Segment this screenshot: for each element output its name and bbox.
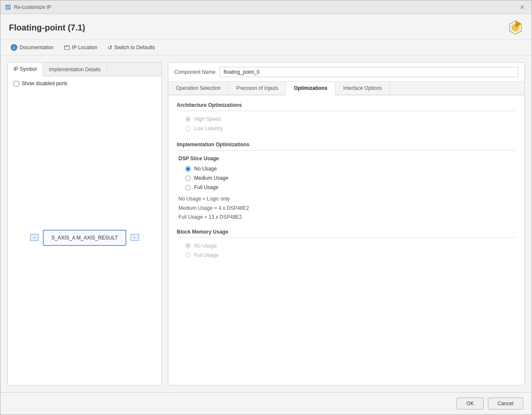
svg-rect-5 <box>64 46 70 50</box>
block-mem-radio-group: No Usage Full Usage <box>177 243 516 258</box>
left-panel: IP Symbol Implementation Details Show di… <box>7 62 162 385</box>
no-usage-radio[interactable] <box>185 166 191 172</box>
arch-radio-group: High Speed Low Latency <box>177 116 516 131</box>
right-port-group: + <box>131 234 139 242</box>
xilinx-logo <box>508 20 523 35</box>
tab-impl-details[interactable]: Implementation Details <box>43 63 107 76</box>
documentation-button[interactable]: i Documentation <box>9 43 56 52</box>
arch-section-title: Architecture Optimizations <box>177 102 516 111</box>
high-speed-label: High Speed <box>194 116 221 122</box>
documentation-label: Documentation <box>19 45 54 50</box>
tab-content-optimizations: Architecture Optimizations High Speed Lo… <box>168 95 524 385</box>
tab-precision-inputs[interactable]: Precision of Inputs <box>228 82 286 95</box>
no-usage-option[interactable]: No Usage <box>185 166 516 172</box>
show-disabled-label[interactable]: Show disabled ports <box>22 81 67 86</box>
show-disabled-checkbox[interactable] <box>14 81 19 86</box>
dsp-radio-group: No Usage Medium Usage Full Usage <box>177 166 516 190</box>
ip-symbol-container: + S_AXIS_A M_AXIS_RESULT + <box>43 230 126 246</box>
tabs-row: Operation Selection Precision of Inputs … <box>168 82 524 95</box>
window-title: Re-customize IP <box>14 4 51 10</box>
info-icon: i <box>11 44 17 51</box>
cancel-button[interactable]: Cancel <box>488 398 523 409</box>
impl-optimizations-section: Implementation Optimizations DSP Slice U… <box>177 142 516 258</box>
folder-icon <box>64 45 70 50</box>
high-speed-radio <box>185 117 191 122</box>
ip-location-button[interactable]: IP Location <box>62 44 99 51</box>
full-usage-dsp-radio[interactable] <box>185 185 191 190</box>
left-port-connectors: + <box>30 234 39 242</box>
full-usage-dsp-label: Full Usage <box>194 184 218 190</box>
page-title: Floating-point (7.1) <box>9 23 85 33</box>
component-name-input[interactable] <box>220 67 518 77</box>
medium-usage-radio[interactable] <box>185 175 191 181</box>
footer: OK Cancel <box>0 392 532 415</box>
header: Floating-point (7.1) <box>0 14 532 40</box>
tab-interface-options[interactable]: Interface Options <box>335 82 390 95</box>
main-content: IP Symbol Implementation Details Show di… <box>0 56 532 392</box>
right-port-connectors: + <box>131 234 139 242</box>
ok-button[interactable]: OK <box>457 398 483 409</box>
right-port-top: + <box>131 234 139 241</box>
medium-usage-label: Medium Usage <box>194 175 228 181</box>
svg-text:IP: IP <box>6 6 10 10</box>
info-line-2: Medium Usage = 4 x DSP48E2 <box>178 204 516 213</box>
high-speed-option: High Speed <box>185 116 516 122</box>
left-panel-tabs: IP Symbol Implementation Details <box>8 63 162 76</box>
titlebar-title: IP Re-customize IP <box>5 4 51 11</box>
low-latency-option: Low Latency <box>185 125 516 131</box>
ip-symbol: S_AXIS_A M_AXIS_RESULT <box>43 230 126 246</box>
tab-operation-selection[interactable]: Operation Selection <box>168 82 228 95</box>
bm-no-usage-label: No Usage <box>194 243 217 249</box>
ip-symbol-text: S_AXIS_A M_AXIS_RESULT <box>51 235 118 241</box>
info-line-1: No Usage = Logic only <box>178 195 516 204</box>
no-usage-label: No Usage <box>194 166 217 172</box>
symbol-area: + S_AXIS_A M_AXIS_RESULT + <box>8 91 162 385</box>
main-window: IP Re-customize IP ✕ Floating-point (7.1… <box>0 0 532 415</box>
bm-full-usage-option: Full Usage <box>185 252 516 258</box>
toolbar: i Documentation IP Location ↺ Switch to … <box>0 40 532 56</box>
arch-optimizations-section: Architecture Optimizations High Speed Lo… <box>177 102 516 131</box>
bm-no-usage-radio <box>185 243 191 248</box>
tab-ip-symbol[interactable]: IP Symbol <box>8 63 43 76</box>
info-line-3: Full Usage = 13 x DSP48E2 <box>178 213 516 222</box>
left-port-top: + <box>30 234 39 241</box>
show-disabled-row: Show disabled ports <box>8 76 162 91</box>
component-name-label: Component Name <box>174 69 215 75</box>
dsp-info-text: No Usage = Logic only Medium Usage = 4 x… <box>177 195 516 222</box>
medium-usage-option[interactable]: Medium Usage <box>185 175 516 181</box>
switch-defaults-label: Switch to Defaults <box>114 45 155 50</box>
impl-section-title: Implementation Optimizations <box>177 142 516 150</box>
bm-full-usage-radio <box>185 252 191 258</box>
bm-no-usage-option: No Usage <box>185 243 516 249</box>
app-icon: IP <box>5 4 11 11</box>
right-panel: Component Name Operation Selection Preci… <box>168 62 525 385</box>
close-button[interactable]: ✕ <box>517 3 527 11</box>
titlebar: IP Re-customize IP ✕ <box>0 0 532 14</box>
low-latency-radio <box>185 126 191 131</box>
full-usage-dsp-option[interactable]: Full Usage <box>185 184 516 190</box>
refresh-icon: ↺ <box>108 45 112 51</box>
switch-to-defaults-button[interactable]: ↺ Switch to Defaults <box>106 44 157 52</box>
low-latency-label: Low Latency <box>194 125 223 131</box>
dsp-section-title: DSP Slice Usage <box>177 156 516 162</box>
left-port-group: + <box>30 234 39 242</box>
tab-optimizations[interactable]: Optimizations <box>286 82 335 95</box>
dsp-slice-section: DSP Slice Usage No Usage Medium Usage <box>177 156 516 222</box>
ip-location-label: IP Location <box>72 45 97 50</box>
block-mem-section-title: Block Memory Usage <box>177 229 516 238</box>
component-name-row: Component Name <box>168 63 524 82</box>
bm-full-usage-label: Full Usage <box>194 252 218 258</box>
block-mem-section: Block Memory Usage No Usage Full Usage <box>177 229 516 258</box>
